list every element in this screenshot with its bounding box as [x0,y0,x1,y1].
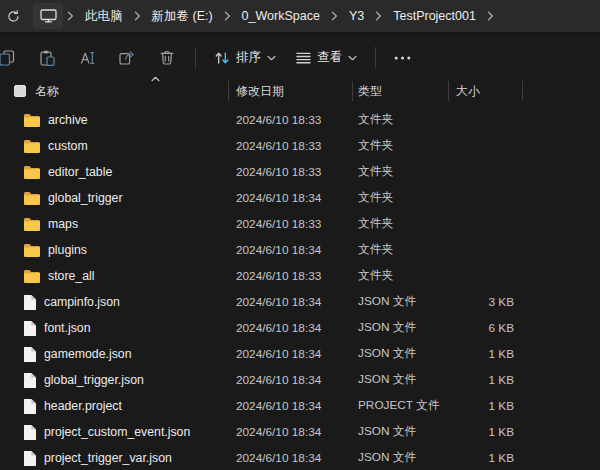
select-all-checkbox[interactable] [14,85,26,97]
breadcrumb-chevron-icon[interactable] [63,11,78,21]
column-header-type-label: 类型 [358,83,382,100]
file-size: 6 KB [448,321,522,335]
sort-icon [214,50,230,66]
file-name-cell: global_trigger.json [0,373,228,388]
file-type: JSON 文件 [352,372,448,388]
file-name: custom [48,139,88,153]
file-row-file[interactable]: project_custom_event.json2024/6/10 18:34… [0,419,600,445]
breadcrumb-item[interactable]: 新加卷 (E:) [145,3,220,30]
breadcrumb-item[interactable]: Y3 [342,4,371,28]
breadcrumb-item[interactable]: 此电脑 [78,3,130,30]
toolbar-separator [195,47,196,69]
paste-button[interactable] [27,41,67,75]
sort-button-label: 排序 [236,49,261,66]
folder-icon [24,192,40,205]
file-type: 文件夹 [352,216,448,232]
column-header-size[interactable]: 大小 [448,78,522,104]
file-list: archive2024/6/10 18:33文件夹custom2024/6/10… [0,107,600,470]
file-type: 文件夹 [352,190,448,206]
share-icon [119,50,135,65]
file-date-modified: 2024/6/10 18:34 [228,373,352,387]
column-resize-handle[interactable] [352,81,353,101]
breadcrumb-chevron-icon[interactable] [130,11,145,21]
file-row-file[interactable]: project_trigger_var.json2024/6/10 18:34J… [0,445,600,470]
file-row-folder[interactable]: store_all2024/6/10 18:33文件夹 [0,263,600,289]
file-row-folder[interactable]: plugins2024/6/10 18:34文件夹 [0,237,600,263]
file-icon [24,451,36,466]
rename-button[interactable] [67,41,107,75]
paste-icon [40,50,55,66]
column-header-date[interactable]: 修改日期 [228,78,352,104]
file-name-cell: editor_table [0,165,228,179]
file-date-modified: 2024/6/10 18:34 [228,399,352,413]
refresh-button[interactable] [1,3,25,29]
file-row-folder[interactable]: maps2024/6/10 18:33文件夹 [0,211,600,237]
delete-icon [160,50,174,65]
file-row-file[interactable]: font.json2024/6/10 18:34JSON 文件6 KB [0,315,600,341]
share-button[interactable] [107,41,147,75]
file-row-file[interactable]: header.project2024/6/10 18:34PROJECT 文件1… [0,393,600,419]
file-date-modified: 2024/6/10 18:33 [228,217,352,231]
copy-button[interactable] [0,41,27,75]
column-header-name[interactable]: 名称 [0,78,228,104]
chevron-down-icon [348,55,357,61]
file-icon [24,295,36,310]
file-row-folder[interactable]: global_trigger2024/6/10 18:34文件夹 [0,185,600,211]
file-date-modified: 2024/6/10 18:34 [228,347,352,361]
file-name: project_trigger_var.json [44,451,172,465]
breadcrumb-item[interactable]: TestProject001 [386,4,483,28]
more-options-button[interactable] [384,41,420,75]
file-icon [24,321,36,336]
breadcrumb-chevron-icon[interactable] [483,11,498,21]
file-size: 3 KB [448,295,522,309]
column-resize-handle[interactable] [448,81,449,101]
breadcrumb-item[interactable]: 0_WorkSpace [235,4,327,28]
chevron-down-icon [267,55,276,61]
file-type: 文件夹 [352,138,448,154]
column-header-type[interactable]: 类型 [352,78,448,104]
folder-icon [24,270,40,283]
file-size: 1 KB [448,451,522,465]
file-name: store_all [48,269,94,283]
view-button[interactable]: 查看 [286,41,367,75]
file-name: global_trigger.json [44,373,144,387]
file-row-file[interactable]: global_trigger.json2024/6/10 18:34JSON 文… [0,367,600,393]
file-name-cell: archive [0,113,228,127]
file-row-folder[interactable]: editor_table2024/6/10 18:33文件夹 [0,159,600,185]
file-size: 1 KB [448,373,522,387]
file-date-modified: 2024/6/10 18:33 [228,113,352,127]
file-date-modified: 2024/6/10 18:34 [228,243,352,257]
column-resize-handle[interactable] [522,81,523,101]
column-header-row: 名称 修改日期 类型 大小 [0,78,600,104]
file-name: maps [48,217,78,231]
refresh-icon [7,10,20,23]
file-name-cell: gamemode.json [0,347,228,362]
file-name: global_trigger [48,191,123,205]
file-name-cell: font.json [0,321,228,336]
breadcrumb-chevron-icon[interactable] [327,11,342,21]
file-name-cell: campinfo.json [0,295,228,310]
breadcrumb-chevron-icon[interactable] [220,11,235,21]
delete-button[interactable] [147,41,187,75]
column-resize-handle[interactable] [228,81,229,101]
view-button-label: 查看 [317,49,342,66]
folder-icon [24,114,40,127]
file-name-cell: project_custom_event.json [0,425,228,440]
file-row-file[interactable]: gamemode.json2024/6/10 18:34JSON 文件1 KB [0,341,600,367]
file-row-file[interactable]: campinfo.json2024/6/10 18:34JSON 文件3 KB [0,289,600,315]
sort-ascending-icon [151,76,160,82]
file-date-modified: 2024/6/10 18:34 [228,191,352,205]
file-date-modified: 2024/6/10 18:33 [228,269,352,283]
file-name: font.json [44,321,91,335]
this-pc-button[interactable] [33,3,63,29]
file-date-modified: 2024/6/10 18:33 [228,165,352,179]
file-size: 1 KB [448,347,522,361]
file-row-folder[interactable]: archive2024/6/10 18:33文件夹 [0,107,600,133]
file-type: 文件夹 [352,242,448,258]
sort-button[interactable]: 排序 [204,41,286,75]
file-row-folder[interactable]: custom2024/6/10 18:33文件夹 [0,133,600,159]
file-name: plugins [48,243,87,257]
breadcrumb-chevron-icon[interactable] [371,11,386,21]
command-toolbar: 排序 查看 [0,37,600,78]
toolbar-separator [375,47,376,69]
